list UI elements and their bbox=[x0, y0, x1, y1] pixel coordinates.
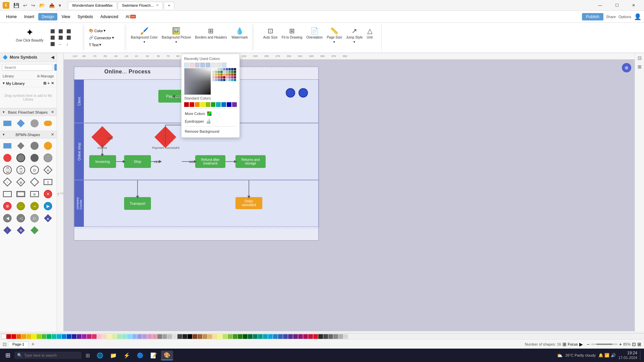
recent-color-2[interactable] bbox=[190, 63, 194, 67]
clock-display[interactable]: 19:24 17-01-2024 bbox=[619, 351, 637, 360]
menu-home[interactable]: Home bbox=[3, 13, 20, 20]
bpmn-shape-29[interactable]: ↑ bbox=[2, 225, 13, 236]
cb-swatch-27[interactable] bbox=[137, 334, 142, 339]
canvas-background[interactable]: Online... Process Client Payment bbox=[64, 60, 635, 331]
std-color-2[interactable] bbox=[190, 102, 194, 107]
cb-swatch-4[interactable] bbox=[21, 334, 26, 339]
publish-button[interactable]: Publish bbox=[582, 13, 603, 20]
sw-b1[interactable] bbox=[212, 79, 215, 81]
cb-swatch-26[interactable] bbox=[132, 334, 137, 339]
more-colors-button[interactable]: More Colors bbox=[184, 110, 237, 117]
cb-swatch-2[interactable] bbox=[11, 334, 16, 339]
sw-c4[interactable] bbox=[234, 79, 236, 81]
sw-y4[interactable] bbox=[220, 73, 223, 76]
sw-p1[interactable] bbox=[226, 76, 228, 78]
page-size-dropdown[interactable]: ▾ bbox=[333, 40, 335, 44]
color-picker-popup[interactable]: Recently Used Colors bbox=[181, 54, 240, 138]
bpmn-shape-16[interactable]: || bbox=[43, 177, 53, 187]
cb-swatch-53[interactable] bbox=[268, 334, 273, 339]
bpmn-shape-20[interactable]: ✕ bbox=[43, 189, 53, 199]
export-icon[interactable]: 📤 bbox=[48, 2, 56, 9]
add-new-icon[interactable]: + bbox=[48, 81, 50, 85]
watermark-button[interactable]: 💧 Watermark bbox=[229, 25, 250, 41]
cb-swatch-16[interactable] bbox=[82, 334, 87, 339]
recent-color-4[interactable] bbox=[200, 63, 205, 67]
cb-swatch-55[interactable] bbox=[278, 334, 283, 339]
bpmn-shape-2[interactable] bbox=[15, 140, 26, 151]
sw-3[interactable] bbox=[220, 68, 223, 70]
sw-b5[interactable] bbox=[223, 79, 225, 81]
manage-button[interactable]: ⚙Manage bbox=[37, 74, 54, 78]
cb-swatch-49[interactable] bbox=[248, 334, 253, 339]
basic-flowchart-header[interactable]: ▾ Basic Flowchart Shapes ✕ bbox=[0, 108, 57, 116]
cb-swatch-8[interactable] bbox=[42, 334, 46, 339]
layout-btn-7[interactable]: ⬛ bbox=[49, 41, 56, 47]
returns-box[interactable]: Returns andstorage bbox=[235, 155, 266, 168]
cb-swatch-47[interactable] bbox=[238, 334, 243, 339]
cb-swatch-60[interactable] bbox=[303, 334, 308, 339]
cb-swatch-19[interactable] bbox=[97, 334, 102, 339]
save-icon[interactable]: 💾 bbox=[12, 2, 20, 9]
cb-swatch-57[interactable] bbox=[288, 334, 293, 339]
focus-label[interactable]: Focus bbox=[568, 342, 578, 346]
bpmn-close-icon[interactable]: ✕ bbox=[51, 132, 54, 137]
sw-b4[interactable] bbox=[220, 79, 223, 81]
search-input[interactable] bbox=[2, 64, 53, 71]
cb-swatch-42[interactable] bbox=[213, 334, 217, 339]
layers-icon[interactable]: ⊞ bbox=[562, 342, 567, 347]
fit-page-button[interactable]: ⊡ bbox=[632, 342, 636, 347]
sw-o4[interactable] bbox=[231, 73, 233, 76]
recent-color-7[interactable] bbox=[216, 63, 221, 67]
sw-g1[interactable] bbox=[212, 71, 215, 73]
std-color-8[interactable] bbox=[221, 102, 226, 107]
jump-dropdown[interactable]: ▾ bbox=[354, 40, 355, 44]
sw-7[interactable] bbox=[231, 68, 233, 70]
std-color-4[interactable] bbox=[200, 102, 205, 107]
tab-new[interactable]: + bbox=[164, 2, 174, 9]
bpmn-shape-4[interactable] bbox=[43, 140, 53, 151]
cb-swatch-25[interactable] bbox=[127, 334, 132, 339]
zoom-slider[interactable] bbox=[591, 344, 618, 345]
jump-style-button[interactable]: ↗ Jump Style ▾ bbox=[345, 25, 364, 45]
app-store[interactable]: ⚡ bbox=[121, 351, 133, 360]
page-size-button[interactable]: 📏 Page Size ▾ bbox=[325, 25, 343, 45]
start-button[interactable]: ⊞ bbox=[3, 350, 13, 360]
shape-circle[interactable] bbox=[29, 118, 40, 129]
cb-swatch-23[interactable] bbox=[117, 334, 122, 339]
connector-button[interactable]: 🔗 Connector ▾ bbox=[88, 35, 115, 41]
cb-swatch-63[interactable] bbox=[318, 334, 323, 339]
std-color-7[interactable] bbox=[216, 102, 221, 107]
bpmn-shape-11[interactable]: ⊙ bbox=[29, 165, 40, 175]
tab-close-icon[interactable]: ✕ bbox=[156, 3, 159, 7]
menu-insert[interactable]: Insert bbox=[21, 13, 38, 20]
app-folder[interactable]: 📁 bbox=[107, 351, 119, 360]
layout-btn-4[interactable]: ⬛ bbox=[49, 35, 56, 41]
cb-swatch-54[interactable] bbox=[273, 334, 278, 339]
cb-swatch-28[interactable] bbox=[142, 334, 147, 339]
sw-c2[interactable] bbox=[228, 79, 231, 81]
cb-swatch-13[interactable] bbox=[67, 334, 71, 339]
minimize-button[interactable]: — bbox=[592, 0, 608, 11]
sw-y3[interactable] bbox=[218, 73, 220, 76]
sw-g5[interactable] bbox=[223, 71, 225, 73]
std-color-3[interactable] bbox=[195, 102, 200, 107]
circle-node-2[interactable] bbox=[299, 88, 308, 98]
taskbar-search[interactable]: 🔍 Type here to search bbox=[14, 352, 82, 359]
sw-b2[interactable] bbox=[215, 79, 217, 81]
cb-swatch-29[interactable] bbox=[147, 334, 152, 339]
bpmn-shape-25[interactable]: ◀ bbox=[2, 213, 13, 224]
cb-swatch-46[interactable] bbox=[233, 334, 237, 339]
undo-icon[interactable]: ↩ bbox=[22, 2, 29, 9]
sw-white[interactable] bbox=[212, 68, 215, 70]
close-library-icon[interactable]: ✕ bbox=[51, 81, 54, 85]
background-color-button[interactable]: 🖌️ Background Color ▾ bbox=[129, 25, 159, 45]
menu-design[interactable]: Design bbox=[38, 13, 57, 20]
eyedropper-button[interactable]: Eyedropper 🔬 bbox=[184, 117, 237, 125]
layout-btn-9[interactable]: ↕ bbox=[65, 41, 72, 47]
unit-button[interactable]: △ Unit bbox=[365, 25, 374, 41]
sw-g8[interactable] bbox=[231, 71, 233, 73]
layout-btn-1[interactable]: ⬛ bbox=[49, 28, 56, 34]
transport-box[interactable]: Transport bbox=[124, 197, 151, 210]
layout-btn-3[interactable]: ⬛ bbox=[65, 28, 72, 34]
cb-swatch-67[interactable] bbox=[338, 334, 343, 339]
